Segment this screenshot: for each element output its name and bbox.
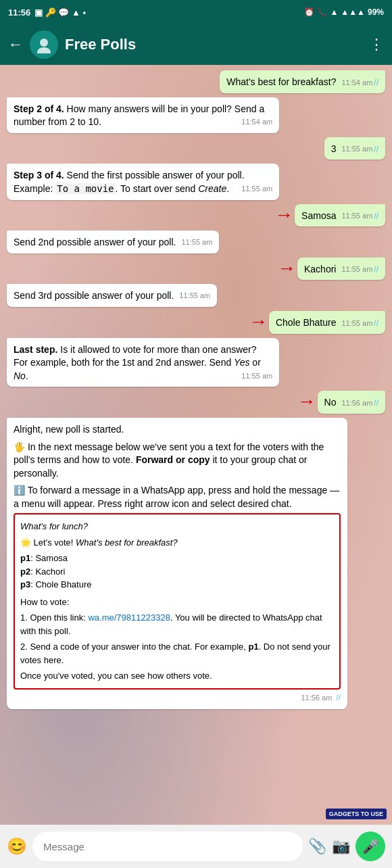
status-right-icons: ⏰ 📞 ▲ ▲▲▲ 99%	[304, 7, 384, 17]
final-message-bubble: Alright, new poll is started. 🖐️ In the …	[7, 418, 347, 709]
message-time: 11:55 am //	[341, 264, 378, 276]
box-vote-text: 🌟 Let's vote! What's best for breakfast?	[20, 536, 334, 550]
message-row: → Chole Bhature 11:55 am //	[7, 311, 385, 334]
red-arrow-icon: →	[249, 311, 268, 334]
box-option-p2: p2: Kachori	[20, 565, 334, 579]
wifi-icon: ▲	[330, 7, 338, 17]
message-bubble: What's best for breakfast? 11:54 am //	[220, 70, 385, 93]
message-row: Last step. Is it allowed to vote for mor…	[7, 338, 385, 387]
emoji-button[interactable]: 😊	[7, 837, 27, 856]
poll-share-box: What's for lunch? 🌟 Let's vote! What's b…	[14, 513, 341, 690]
status-bar: 11:56 ▣ 🔑 💬 ▲ • ⏰ 📞 ▲ ▲▲▲ 99%	[0, 0, 392, 24]
message-time: 11:55 am	[241, 184, 272, 194]
box-step3: Once you've voted, you can see how other…	[20, 669, 334, 683]
message-row: Send 2nd possible answer of your poll. 1…	[7, 231, 385, 254]
message-text: 3	[331, 143, 337, 154]
message-row: Send 3rd possible answer of your poll. 1…	[7, 284, 385, 307]
menu-button[interactable]: ⋮	[369, 36, 384, 53]
mic-icon: 🎤	[362, 838, 379, 854]
alarm-icon: ⏰	[304, 7, 314, 17]
contact-avatar	[30, 30, 58, 59]
attach-button[interactable]: 📎	[308, 838, 326, 855]
call-icon: 📞	[317, 7, 327, 17]
chat-area: What's best for breakfast? 11:54 am // S…	[0, 65, 392, 825]
mic-button[interactable]: 🎤	[356, 831, 385, 861]
message-time: 11:55 am	[179, 291, 210, 301]
message-bubble: Step 2 of 4. How many answers will be in…	[7, 97, 279, 133]
box-step2: 2. Send a code of your answer into the c…	[20, 640, 334, 667]
message-text: Last step. Is it allowed to vote for mor…	[14, 344, 261, 381]
status-icons: ▣ 🔑 💬 ▲ •	[34, 7, 86, 18]
message-row: → No 11:56 am //	[7, 391, 385, 414]
poll-link[interactable]: wa.me/79811223328	[88, 612, 170, 623]
svg-point-0	[40, 39, 48, 47]
app-header: ← Free Polls ⋮	[0, 24, 392, 65]
message-bubble: No 11:56 am //	[318, 391, 385, 414]
signal-icon: ▲▲▲	[341, 7, 365, 17]
watermark: GADGETS TO USE	[326, 809, 387, 819]
status-time: 11:56 ▣ 🔑 💬 ▲ •	[8, 7, 86, 18]
back-button[interactable]: ←	[8, 36, 23, 53]
message-text: Step 2 of 4. How many answers will be in…	[14, 103, 264, 128]
final-intro-2: 🖐️ In the next message below we've sent …	[14, 441, 341, 481]
red-arrow-icon: →	[274, 204, 293, 227]
message-bubble: 3 11:55 am //	[324, 137, 385, 160]
message-text: Send 2nd possible answer of your poll.	[14, 237, 176, 247]
message-text: Kachori	[304, 264, 336, 274]
message-row: → Samosa 11:55 am //	[7, 204, 385, 227]
camera-button[interactable]: 📷	[332, 838, 350, 855]
message-time: 11:55 am //	[341, 211, 378, 222]
box-option-p1: p1: Samosa	[20, 552, 334, 565]
message-bubble: Send 3rd possible answer of your poll. 1…	[7, 284, 217, 307]
message-time: 11:56 am //	[341, 397, 378, 409]
battery-display: 99%	[368, 7, 384, 17]
message-row: Step 2 of 4. How many answers will be in…	[7, 97, 385, 133]
message-row: Step 3 of 4. Send the first possible ans…	[7, 164, 385, 199]
box-option-p3: p3: Chole Bhature	[20, 578, 334, 592]
message-time: 11:55 am	[241, 371, 272, 381]
box-how-to-vote: How to vote:	[20, 596, 334, 609]
message-time: 11:54 am	[241, 117, 272, 127]
message-time: 11:55 am //	[341, 318, 378, 329]
message-text: Send 3rd possible answer of your poll.	[14, 290, 174, 301]
final-message-time: 11:56 am //	[301, 692, 341, 704]
message-text: Samosa	[301, 210, 336, 221]
message-bubble: Samosa 11:55 am //	[295, 204, 385, 227]
message-text: What's best for breakfast?	[226, 76, 336, 87]
message-time: 11:54 am //	[341, 77, 378, 89]
message-input[interactable]	[32, 831, 303, 861]
chat-title: Free Polls	[65, 36, 362, 53]
message-text: Step 3 of 4. Send the first possible ans…	[14, 170, 245, 194]
message-time: 11:55 am	[181, 237, 212, 247]
message-bubble: Kachori 11:55 am //	[297, 258, 385, 281]
message-bubble: Send 2nd possible answer of your poll. 1…	[7, 231, 219, 254]
box-title: What's for lunch?	[20, 520, 334, 533]
message-bubble: Step 3 of 4. Send the first possible ans…	[7, 164, 279, 199]
message-text: No	[324, 397, 337, 408]
message-bubble: Chole Bhature 11:55 am //	[269, 311, 385, 334]
svg-point-1	[37, 47, 51, 53]
message-text: Chole Bhature	[276, 317, 337, 328]
message-row: 3 11:55 am //	[7, 137, 385, 160]
box-step1: 1. Open this link: wa.me/79811223328. Yo…	[20, 611, 334, 637]
time-display: 11:56	[8, 7, 30, 18]
message-row: → Kachori 11:55 am //	[7, 258, 385, 281]
avatar-icon	[35, 36, 53, 53]
final-intro-1: Alright, new poll is started.	[14, 423, 341, 437]
final-message-row: Alright, new poll is started. 🖐️ In the …	[7, 418, 385, 709]
message-bubble: Last step. Is it allowed to vote for mor…	[7, 338, 279, 387]
input-bar: 😊 📎 📷 🎤	[0, 825, 392, 868]
red-arrow-icon: →	[297, 391, 316, 414]
message-time: 11:55 am //	[341, 144, 378, 155]
red-arrow-icon: →	[277, 258, 296, 281]
final-intro-3: ℹ️ To forward a message in a WhatsApp ap…	[14, 484, 341, 510]
message-row: What's best for breakfast? 11:54 am //	[7, 70, 385, 93]
